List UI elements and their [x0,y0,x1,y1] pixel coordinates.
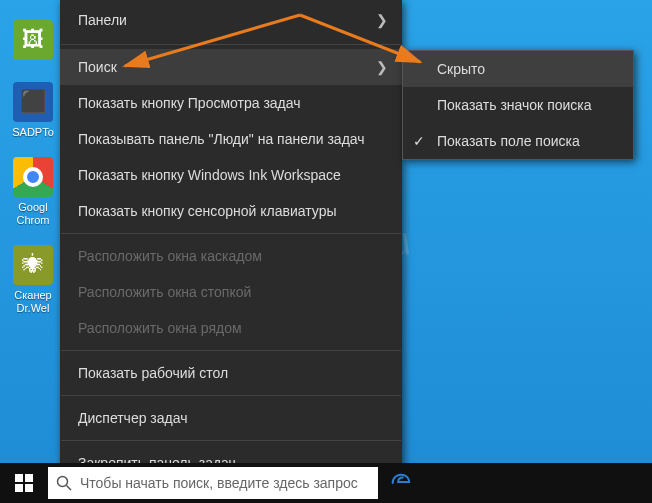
app-icon: ⬛ [13,82,53,122]
svg-rect-1 [25,474,33,482]
chevron-right-icon: ❯ [376,59,388,75]
menu-label: Диспетчер задач [78,410,388,426]
check-icon: ✓ [413,133,425,149]
desktop-icons: 🖼 ⬛ SADPTo Googl Chrom 🕷 Сканер Dr.Wel [6,20,66,333]
menu-label: Показать кнопку сенсорной клавиатуры [78,203,388,219]
start-button[interactable] [0,463,48,503]
menu-separator [61,233,401,234]
svg-rect-3 [25,484,33,492]
menu-separator [61,350,401,351]
icon-label: Googl Chrom [6,201,60,227]
submenu-label: Показать значок поиска [437,97,592,113]
menu-label: Расположить окна стопкой [78,284,388,300]
menu-item-search[interactable]: Поиск ❯ [60,49,402,85]
menu-label: Поиск [78,59,376,75]
svg-point-4 [58,477,68,487]
chrome-icon [13,157,53,197]
desktop-icon[interactable]: Googl Chrom [6,157,60,227]
menu-separator [61,44,401,45]
svg-rect-0 [15,474,23,482]
menu-label: Расположить окна каскадом [78,248,388,264]
submenu-item-icon[interactable]: Показать значок поиска [403,87,633,123]
menu-label: Показывать панель "Люди" на панели задач [78,131,388,147]
menu-item-stacked: Расположить окна стопкой [60,274,402,310]
windows-icon [15,474,33,492]
search-placeholder: Чтобы начать поиск, введите здесь запрос [80,475,358,491]
search-box[interactable]: Чтобы начать поиск, введите здесь запрос [48,467,378,499]
menu-label: Показать кнопку Просмотра задач [78,95,388,111]
menu-item-touchkeyboard[interactable]: Показать кнопку сенсорной клавиатуры [60,193,402,229]
search-icon [48,475,80,491]
menu-item-showdesktop[interactable]: Показать рабочий стол [60,355,402,391]
menu-item-toolbars[interactable]: Панели ❯ [60,0,402,40]
menu-separator [61,395,401,396]
icon-label: Сканер Dr.Wel [6,289,60,315]
search-submenu: Скрыто Показать значок поиска ✓ Показать… [402,50,634,160]
app-icon: 🖼 [13,20,53,60]
app-icon: 🕷 [13,245,53,285]
taskbar[interactable]: Чтобы начать поиск, введите здесь запрос [0,463,652,503]
svg-line-5 [67,486,72,491]
submenu-label: Скрыто [437,61,485,77]
menu-label: Показать кнопку Windows Ink Workspace [78,167,388,183]
menu-item-taskmanager[interactable]: Диспетчер задач [60,400,402,436]
menu-separator [61,440,401,441]
submenu-item-box[interactable]: ✓ Показать поле поиска [403,123,633,159]
menu-item-cascade: Расположить окна каскадом [60,238,402,274]
desktop-icon[interactable]: 🖼 [6,20,60,64]
chevron-right-icon: ❯ [376,12,388,28]
icon-label: SADPTo [12,126,54,139]
menu-item-taskview[interactable]: Показать кнопку Просмотра задач [60,85,402,121]
taskbar-context-menu: Панели ❯ Поиск ❯ Показать кнопку Просмот… [60,0,402,503]
submenu-label: Показать поле поиска [437,133,580,149]
menu-item-sidebyside: Расположить окна рядом [60,310,402,346]
desktop-icon[interactable]: 🕷 Сканер Dr.Wel [6,245,60,315]
desktop-background: 🖼 ⬛ SADPTo Googl Chrom 🕷 Сканер Dr.Wel s… [0,0,652,503]
svg-rect-2 [15,484,23,492]
submenu-item-hidden[interactable]: Скрыто [403,51,633,87]
menu-label: Панели [78,12,376,28]
menu-label: Расположить окна рядом [78,320,388,336]
menu-item-ink[interactable]: Показать кнопку Windows Ink Workspace [60,157,402,193]
menu-item-people[interactable]: Показывать панель "Люди" на панели задач [60,121,402,157]
desktop-icon[interactable]: ⬛ SADPTo [6,82,60,139]
taskbar-edge[interactable] [378,463,422,503]
menu-label: Показать рабочий стол [78,365,388,381]
edge-icon [389,472,411,494]
